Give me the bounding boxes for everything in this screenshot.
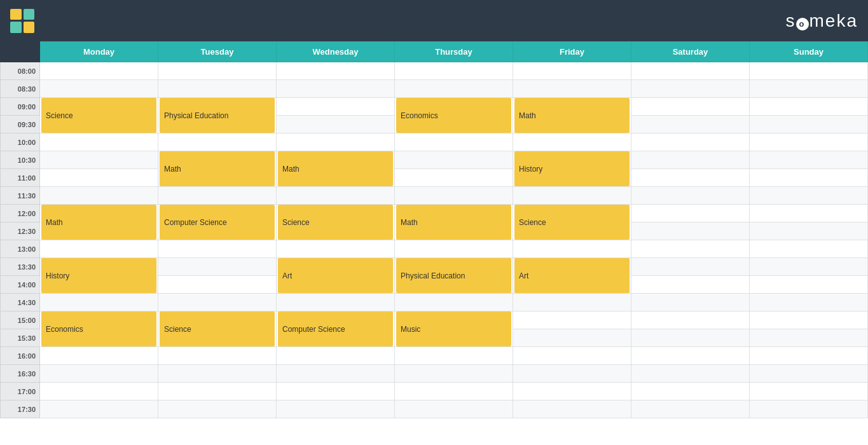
empty-cell bbox=[40, 187, 158, 205]
empty-cell bbox=[750, 169, 868, 187]
empty-cell bbox=[513, 365, 631, 383]
empty-cell bbox=[750, 258, 868, 276]
event-block: Math bbox=[514, 98, 630, 133]
time-label: 10:30 bbox=[1, 151, 40, 169]
time-label: 12:00 bbox=[1, 205, 40, 222]
brand-logo: someka bbox=[786, 11, 858, 31]
empty-cell bbox=[277, 240, 395, 258]
calendar-container: MondayTuesdayWednesdayThursdayFridaySatu… bbox=[0, 41, 868, 445]
empty-cell bbox=[750, 383, 868, 400]
empty-cell bbox=[158, 134, 277, 151]
day-header-wednesday: Wednesday bbox=[277, 42, 395, 62]
time-label: 09:00 bbox=[1, 98, 40, 116]
empty-cell bbox=[513, 329, 631, 347]
empty-cell bbox=[750, 294, 868, 312]
empty-cell bbox=[631, 365, 750, 383]
time-row: 09:00SciencePhysical EducationEconomicsM… bbox=[1, 98, 868, 116]
empty-cell bbox=[40, 383, 158, 400]
event-cell: Math bbox=[40, 205, 158, 240]
event-block: Music bbox=[396, 312, 511, 346]
empty-cell bbox=[277, 187, 395, 205]
empty-cell bbox=[631, 134, 750, 151]
empty-cell bbox=[513, 400, 631, 418]
empty-cell bbox=[395, 169, 513, 187]
empty-cell bbox=[158, 400, 277, 418]
empty-cell bbox=[631, 294, 750, 312]
empty-cell bbox=[40, 365, 158, 383]
event-block: Art bbox=[514, 258, 630, 293]
empty-cell bbox=[40, 400, 158, 418]
empty-cell bbox=[40, 347, 158, 365]
empty-cell bbox=[158, 347, 277, 365]
time-row: 14:30 bbox=[1, 294, 868, 312]
time-label: 15:30 bbox=[1, 329, 40, 347]
event-cell: Science bbox=[158, 312, 277, 347]
empty-cell bbox=[750, 205, 868, 222]
empty-cell bbox=[158, 80, 277, 98]
empty-cell bbox=[40, 80, 158, 98]
event-block: Math bbox=[160, 151, 275, 186]
empty-cell bbox=[750, 222, 868, 240]
event-block: Economics bbox=[41, 312, 156, 346]
time-row: 10:30MathMathHistory bbox=[1, 151, 868, 169]
empty-cell bbox=[395, 400, 513, 418]
event-cell: Science bbox=[40, 98, 158, 134]
day-header-tuesday: Tuesday bbox=[158, 42, 277, 62]
empty-cell bbox=[750, 98, 868, 116]
event-block: Science bbox=[41, 98, 156, 133]
day-header-monday: Monday bbox=[40, 42, 158, 62]
event-cell: Math bbox=[158, 151, 277, 187]
empty-cell bbox=[277, 80, 395, 98]
event-block: Physical Education bbox=[160, 98, 275, 133]
event-cell: Economics bbox=[395, 98, 513, 134]
time-label: 16:00 bbox=[1, 347, 40, 365]
empty-cell bbox=[40, 62, 158, 80]
time-label: 11:00 bbox=[1, 169, 40, 187]
time-row: 13:00 bbox=[1, 240, 868, 258]
empty-cell bbox=[277, 134, 395, 151]
time-label: 11:30 bbox=[1, 187, 40, 205]
empty-cell bbox=[631, 62, 750, 80]
time-label: 15:00 bbox=[1, 312, 40, 329]
empty-cell bbox=[750, 400, 868, 418]
empty-cell bbox=[750, 187, 868, 205]
time-label: 10:00 bbox=[1, 134, 40, 151]
time-header-cell bbox=[1, 42, 40, 62]
empty-cell bbox=[277, 347, 395, 365]
empty-cell bbox=[158, 276, 277, 294]
empty-cell bbox=[750, 347, 868, 365]
time-row: 16:00 bbox=[1, 347, 868, 365]
time-row: 17:00 bbox=[1, 383, 868, 400]
empty-cell bbox=[513, 383, 631, 400]
empty-cell bbox=[750, 365, 868, 383]
empty-cell bbox=[40, 151, 158, 169]
time-row: 08:30 bbox=[1, 80, 868, 98]
time-row: 11:30 bbox=[1, 187, 868, 205]
event-cell: Computer Science bbox=[277, 312, 395, 347]
empty-cell bbox=[631, 347, 750, 365]
empty-cell bbox=[158, 294, 277, 312]
time-row: 10:00 bbox=[1, 134, 868, 151]
empty-cell bbox=[631, 169, 750, 187]
time-label: 12:30 bbox=[1, 222, 40, 240]
empty-cell bbox=[750, 62, 868, 80]
empty-cell bbox=[513, 62, 631, 80]
header-left bbox=[10, 9, 43, 33]
event-block: Physical Education bbox=[396, 258, 511, 293]
empty-cell bbox=[750, 240, 868, 258]
empty-cell bbox=[631, 240, 750, 258]
day-header-friday: Friday bbox=[513, 42, 631, 62]
time-label: 13:00 bbox=[1, 240, 40, 258]
time-label: 09:30 bbox=[1, 116, 40, 134]
empty-cell bbox=[277, 365, 395, 383]
empty-cell bbox=[631, 116, 750, 134]
time-label: 08:30 bbox=[1, 80, 40, 98]
empty-cell bbox=[631, 205, 750, 222]
event-cell: Art bbox=[513, 258, 631, 294]
empty-cell bbox=[631, 400, 750, 418]
empty-cell bbox=[750, 80, 868, 98]
time-row: 08:00 bbox=[1, 62, 868, 80]
event-cell: Economics bbox=[40, 312, 158, 347]
empty-cell bbox=[277, 400, 395, 418]
empty-cell bbox=[631, 312, 750, 329]
